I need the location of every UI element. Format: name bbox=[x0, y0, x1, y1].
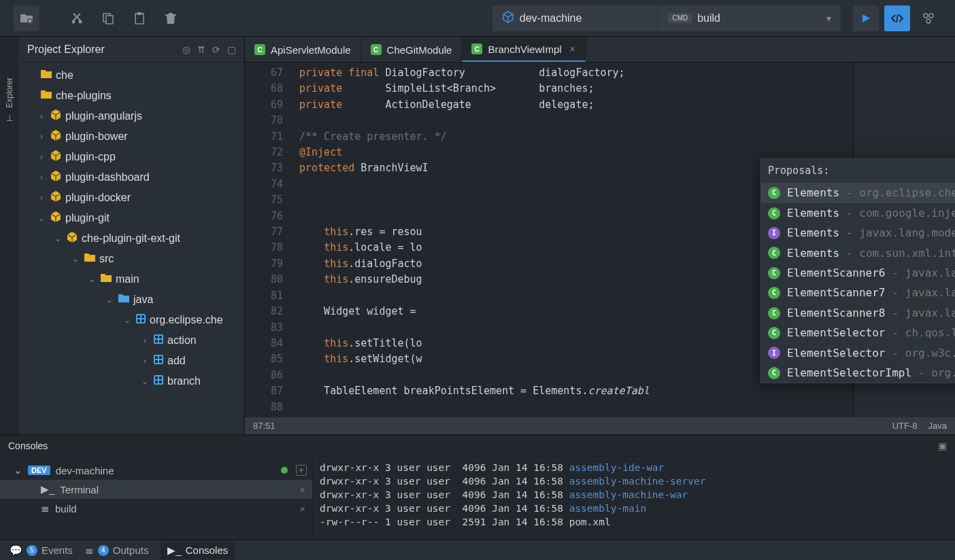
tree-node[interactable]: che bbox=[19, 65, 244, 86]
paste-button[interactable] bbox=[127, 5, 152, 31]
pkg-icon bbox=[50, 109, 61, 123]
command-selector[interactable]: CMD build ▾ bbox=[658, 5, 841, 31]
pkg-icon bbox=[50, 171, 61, 184]
editor-tabs: CApiServletModuleCCheGitModuleCBranchVie… bbox=[245, 37, 955, 63]
editor-tab[interactable]: CBranchViewImpl× bbox=[462, 37, 585, 62]
svg-rect-23 bbox=[155, 360, 158, 363]
proposal-item[interactable]: CElementScanner7- javax.lang.model.util bbox=[761, 283, 955, 302]
close-icon[interactable]: × bbox=[299, 484, 305, 495]
terminal-output[interactable]: drwxr-xr-x 3 user user 4096 Jan 14 16:58… bbox=[313, 457, 955, 540]
tree-node[interactable]: ›plugin-dashboard bbox=[19, 167, 244, 188]
tab-outputs[interactable]: ≣4Outputs bbox=[85, 544, 149, 557]
folder-y-icon bbox=[41, 69, 52, 82]
class-icon: C bbox=[768, 367, 780, 379]
proposal-item[interactable]: CElements- com.google.inject.spi bbox=[761, 203, 955, 223]
tree-node[interactable]: ⌄plugin-git bbox=[19, 208, 244, 228]
add-terminal-button[interactable]: + bbox=[296, 465, 307, 476]
proposals-title: Proposals: bbox=[761, 159, 955, 183]
class-icon: C bbox=[768, 207, 780, 220]
explorer-header: Project Explorer ◎ ⇈ ⟳ ▢ bbox=[19, 37, 244, 63]
tab-events[interactable]: 💬5Events bbox=[10, 544, 73, 557]
locate-icon[interactable]: ◎ bbox=[182, 44, 190, 55]
left-rail-label[interactable]: Explorer bbox=[5, 77, 14, 108]
left-rail: Explorer ⊥ bbox=[0, 37, 19, 434]
cut-button[interactable] bbox=[64, 5, 90, 31]
command-name: build bbox=[697, 12, 720, 24]
proposal-item[interactable]: IElements- javax.lang.model.util bbox=[761, 223, 955, 243]
tab-consoles[interactable]: ▶_Consoles bbox=[161, 542, 235, 559]
tree-node[interactable]: ⌄org.eclipse.che bbox=[19, 310, 244, 330]
chevron-down-icon: ▾ bbox=[826, 13, 831, 24]
svg-rect-12 bbox=[141, 315, 144, 318]
proposal-item[interactable]: CElements- com.sun.xml.internal.ws.devel… bbox=[761, 243, 955, 263]
top-toolbar: dev-machine CMD build ▾ bbox=[0, 0, 955, 37]
bottom-tabs: 💬5Events ≣4Outputs ▶_Consoles bbox=[0, 540, 955, 560]
svg-point-7 bbox=[924, 14, 928, 18]
collapse-icon[interactable]: ⇈ bbox=[197, 44, 205, 55]
mod-icon bbox=[136, 314, 146, 326]
machine-selector[interactable]: dev-machine bbox=[492, 5, 658, 31]
file-language[interactable]: Java bbox=[928, 421, 947, 431]
svg-rect-16 bbox=[155, 336, 158, 338]
svg-rect-13 bbox=[137, 319, 140, 322]
console-node[interactable]: ⌄DEVdev-machine+ bbox=[0, 461, 312, 480]
code-view-button[interactable] bbox=[884, 5, 910, 31]
run-button[interactable] bbox=[853, 5, 879, 31]
tree-node[interactable]: ⌄branch bbox=[19, 371, 244, 391]
tree-node[interactable]: ›plugin-bower bbox=[19, 126, 244, 147]
tree-node[interactable]: ›plugin-angularjs bbox=[19, 106, 244, 126]
mod-icon bbox=[154, 355, 163, 367]
class-icon: C bbox=[768, 267, 780, 279]
delete-button[interactable] bbox=[158, 5, 184, 31]
close-icon[interactable]: × bbox=[570, 43, 575, 54]
pkg-icon bbox=[50, 150, 61, 164]
proposal-item[interactable]: CElementSelectorImpl- org.w3c.flute.pars… bbox=[761, 363, 955, 383]
minimize-icon[interactable]: ▢ bbox=[227, 44, 236, 55]
tree-node[interactable]: ⌄main bbox=[19, 269, 244, 290]
proposal-item[interactable]: IElementSelector- org.w3c.css.sac bbox=[761, 343, 955, 363]
svg-point-8 bbox=[929, 14, 933, 18]
mod-icon bbox=[154, 375, 163, 387]
class-icon: C bbox=[768, 327, 780, 339]
console-node[interactable]: ▶_Terminal× bbox=[0, 480, 312, 499]
tree-node[interactable]: ⌄che-plugin-git-ext-git bbox=[19, 228, 244, 249]
class-icon: C bbox=[768, 287, 780, 299]
refresh-icon[interactable]: ⟳ bbox=[212, 44, 220, 55]
svg-point-9 bbox=[926, 19, 931, 23]
db-icon-button[interactable] bbox=[916, 5, 941, 31]
proposal-item[interactable]: CElementScanner8- javax.lang.model.util bbox=[761, 303, 955, 323]
proposal-item[interactable]: CElements- org.eclipse.che.ide.util.dom bbox=[761, 183, 955, 203]
tree-node[interactable]: ⌄java bbox=[19, 290, 244, 310]
code-completion-popup: Proposals: CElements- org.eclipse.che.id… bbox=[760, 158, 955, 383]
proposal-item[interactable]: CElementScanner6- javax.lang.model.util bbox=[761, 263, 955, 283]
machine-command-selector: dev-machine CMD build ▾ bbox=[492, 5, 841, 31]
tree-node[interactable]: ›add bbox=[19, 351, 244, 371]
class-icon: C bbox=[371, 44, 382, 55]
interface-icon: I bbox=[768, 347, 780, 359]
interface-icon: I bbox=[768, 227, 780, 239]
tree-node[interactable]: che-plugins bbox=[19, 86, 244, 106]
editor-tab[interactable]: CApiServletModule bbox=[245, 37, 361, 62]
svg-rect-21 bbox=[155, 356, 158, 359]
build-icon: ≣ bbox=[41, 502, 50, 514]
proposal-item[interactable]: CElementSelector- ch.qos.logback.core.jo… bbox=[761, 323, 955, 343]
editor-tab[interactable]: CCheGitModule bbox=[361, 37, 463, 62]
tree-node[interactable]: ›action bbox=[19, 330, 244, 351]
tree-node[interactable]: ›plugin-docker bbox=[19, 188, 244, 208]
copy-button[interactable] bbox=[95, 5, 121, 31]
new-file-button[interactable] bbox=[14, 5, 39, 31]
svg-rect-27 bbox=[159, 377, 162, 379]
class-icon: C bbox=[768, 187, 780, 199]
tree-node[interactable]: ⌄src bbox=[19, 249, 244, 269]
mod-icon bbox=[154, 334, 163, 347]
pkg-icon bbox=[50, 191, 61, 205]
close-icon[interactable]: × bbox=[299, 503, 305, 514]
maximize-icon[interactable]: ▣ bbox=[938, 440, 947, 451]
tree-node[interactable]: ›plugin-cpp bbox=[19, 147, 244, 167]
svg-rect-22 bbox=[159, 356, 162, 359]
console-node[interactable]: ≣build× bbox=[0, 499, 312, 518]
structure-icon[interactable]: ⊥ bbox=[6, 113, 13, 123]
file-encoding[interactable]: UTF-8 bbox=[892, 421, 918, 431]
machine-name: dev-machine bbox=[520, 12, 582, 24]
project-tree: cheche-plugins›plugin-angularjs›plugin-b… bbox=[19, 63, 244, 434]
